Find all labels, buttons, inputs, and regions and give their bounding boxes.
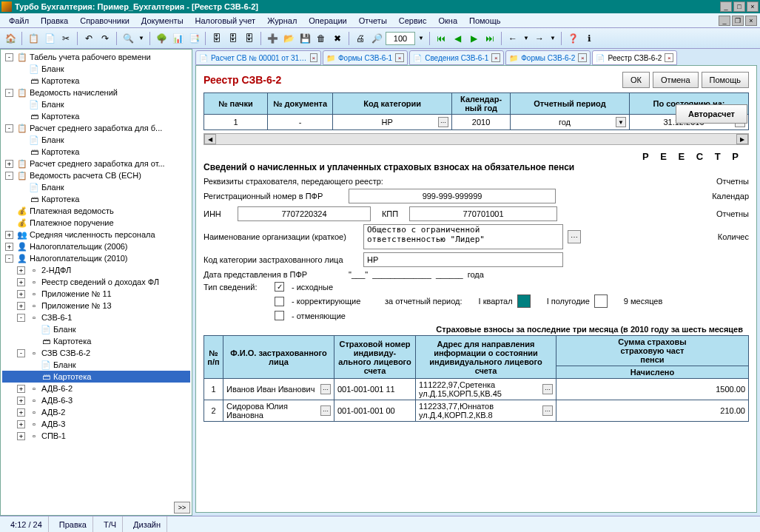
inn-field[interactable] bbox=[238, 206, 371, 221]
pfr-number-field[interactable] bbox=[349, 189, 556, 203]
tree-node[interactable]: 📄Бланк bbox=[2, 134, 190, 146]
cut-icon[interactable]: ✂ bbox=[58, 31, 73, 46]
search-dropdown-icon[interactable]: ▼ bbox=[137, 33, 146, 44]
paste-icon[interactable]: 📄 bbox=[42, 31, 57, 46]
menu-documents[interactable]: Документы bbox=[135, 15, 189, 27]
status-edit[interactable]: Правка bbox=[53, 516, 93, 532]
tree-toggle-icon[interactable]: + bbox=[5, 243, 13, 251]
cell-fio[interactable]: Иванов Иван Иванович⋯ bbox=[223, 379, 334, 400]
tree-toggle-icon[interactable]: - bbox=[5, 53, 13, 61]
tree-toggle-icon[interactable]: + bbox=[17, 432, 25, 440]
back-icon[interactable]: ← bbox=[505, 31, 520, 46]
db2-icon[interactable]: 🗄 bbox=[226, 31, 241, 46]
tree-node[interactable]: +👤Налогоплательщик (2006) bbox=[2, 240, 190, 252]
autocalc-button[interactable]: Авторасчет bbox=[676, 104, 747, 124]
tree-toggle-icon[interactable]: + bbox=[17, 420, 25, 428]
tree-node[interactable]: +▫2-НДФЛ bbox=[2, 264, 190, 276]
preview-icon[interactable]: 🔎 bbox=[369, 31, 384, 46]
pv-doc[interactable]: - bbox=[268, 115, 333, 130]
tree-toggle-icon[interactable]: - bbox=[5, 255, 13, 263]
menu-reports[interactable]: Отчеты bbox=[353, 15, 393, 27]
menu-journal[interactable]: Журнал bbox=[261, 15, 303, 27]
tree-node[interactable]: +▫АДВ-6-2 bbox=[2, 383, 190, 394]
ok-button[interactable]: ОК bbox=[622, 72, 650, 88]
chart-icon[interactable]: 📊 bbox=[170, 31, 185, 46]
nav-prev-icon[interactable]: ◀ bbox=[450, 31, 465, 46]
tree-node[interactable]: 📄Бланк bbox=[2, 323, 190, 335]
tree-node[interactable]: +👥Средняя численность персонала bbox=[2, 229, 190, 240]
table-row[interactable]: 1Иванов Иван Иванович⋯001-001-001 111112… bbox=[204, 379, 749, 400]
menu-windows[interactable]: Окна bbox=[432, 15, 463, 27]
menu-tax[interactable]: Налоговый учет bbox=[189, 15, 262, 27]
print-icon[interactable]: 🖨 bbox=[353, 31, 368, 46]
type-canceling-checkbox[interactable] bbox=[275, 311, 284, 320]
close-button[interactable]: × bbox=[747, 1, 759, 12]
maximize-button[interactable]: □ bbox=[733, 1, 745, 12]
h1-checkbox[interactable] bbox=[594, 294, 608, 308]
tree-node[interactable]: 📄Бланк bbox=[2, 63, 190, 75]
tree-node[interactable]: +▫АДВ-2 bbox=[2, 406, 190, 418]
tree-toggle-icon[interactable]: - bbox=[17, 314, 25, 322]
tree-node[interactable]: +▫АДВ-6-3 bbox=[2, 394, 190, 406]
tree-node[interactable]: +▫Приложение № 13 bbox=[2, 300, 190, 312]
tree-node[interactable]: +▫Приложение № 11 bbox=[2, 288, 190, 300]
tree-node[interactable]: 🗃Картотека bbox=[2, 335, 190, 347]
tree-toggle-icon[interactable]: - bbox=[5, 89, 13, 97]
help-button[interactable]: Помощь bbox=[702, 72, 750, 88]
doc-tab[interactable]: 📄Реестр СЗВ-6-2× bbox=[592, 50, 677, 65]
tab-close-icon[interactable]: × bbox=[310, 53, 317, 62]
cell-amt[interactable]: 210.00 bbox=[556, 400, 749, 422]
tree-icon[interactable]: 🌳 bbox=[154, 31, 169, 46]
mdi-minimize-button[interactable]: _ bbox=[719, 16, 730, 26]
doc-tab[interactable]: 📄Расчет СВ № 00001 от 31.01.2011× bbox=[195, 50, 321, 65]
mdi-close-button[interactable]: × bbox=[745, 16, 757, 26]
tree-node[interactable]: +▫СПВ-1 bbox=[2, 430, 190, 442]
doc-tab[interactable]: 📁Формы СЗВ-6-2× bbox=[505, 50, 591, 65]
kpp-field[interactable] bbox=[409, 206, 557, 221]
params-scrollbar[interactable]: ◀ ▶ bbox=[204, 133, 749, 145]
type-initial-checkbox[interactable]: ✓ bbox=[275, 282, 284, 292]
tree-node[interactable]: 🗃Картотека bbox=[2, 75, 190, 87]
minimize-button[interactable]: _ bbox=[720, 1, 732, 12]
forward-dd-icon[interactable]: ▼ bbox=[548, 33, 557, 44]
tree-toggle-icon[interactable]: - bbox=[5, 172, 13, 180]
mdi-restore-button[interactable]: ❐ bbox=[732, 16, 744, 26]
nav-next-icon[interactable]: ▶ bbox=[466, 31, 481, 46]
tree-node[interactable]: 💰Платежная ведомость bbox=[2, 205, 190, 217]
about-icon[interactable]: ℹ bbox=[582, 31, 596, 46]
tree-node[interactable]: 📄Бланк bbox=[2, 98, 190, 110]
menu-directories[interactable]: Справочники bbox=[74, 15, 135, 27]
list-icon[interactable]: 📑 bbox=[186, 31, 201, 46]
add-icon[interactable]: ➕ bbox=[265, 31, 280, 46]
tree-node[interactable]: 🗃Картотека bbox=[2, 146, 190, 158]
tree-node[interactable]: -▫СЗВ-6-1 bbox=[2, 312, 190, 323]
cat-ellipsis-icon[interactable]: ⋯ bbox=[438, 117, 448, 127]
db1-icon[interactable]: 🗄 bbox=[209, 31, 224, 46]
back-dd-icon[interactable]: ▼ bbox=[522, 33, 531, 44]
tree-node[interactable]: -📋Ведомость расчета СВ (ЕСН) bbox=[2, 169, 190, 181]
period-dropdown-icon[interactable]: ▼ bbox=[616, 117, 626, 127]
nav-first-icon[interactable]: ⏮ bbox=[434, 31, 448, 46]
tree-node[interactable]: 📄Бланк bbox=[2, 181, 190, 193]
menu-file[interactable]: Файл bbox=[3, 15, 35, 27]
tree-panel[interactable]: -📋Табель учета рабочего времени📄Бланк🗃Ка… bbox=[0, 49, 192, 516]
pv-year[interactable]: 2010 bbox=[452, 115, 511, 130]
doc-tab[interactable]: 📁Формы СЗВ-6-1× bbox=[323, 50, 408, 65]
tab-close-icon[interactable]: × bbox=[665, 53, 673, 62]
nav-last-icon[interactable]: ⏭ bbox=[482, 31, 497, 46]
type-correcting-checkbox[interactable] bbox=[275, 297, 284, 306]
delete-icon[interactable]: 🗑 bbox=[314, 31, 329, 46]
tree-toggle-icon[interactable]: + bbox=[5, 231, 13, 239]
copy-icon[interactable]: 📋 bbox=[26, 31, 41, 46]
cat-code-field[interactable] bbox=[363, 252, 563, 267]
q1-checkbox[interactable] bbox=[517, 294, 531, 308]
pv-pack[interactable]: 1 bbox=[204, 115, 268, 130]
tree-node[interactable]: 🗃Картотека bbox=[2, 371, 190, 383]
scroll-right-icon[interactable]: ▶ bbox=[736, 134, 748, 144]
zoom-input[interactable] bbox=[386, 32, 415, 45]
status-tch[interactable]: Т/Ч bbox=[98, 516, 123, 532]
cell-addr[interactable]: 111222,97,Сретенка ул.Д.15,КОРП.5,КВ.45⋯ bbox=[416, 379, 556, 400]
tree-expand-button[interactable]: >> bbox=[174, 502, 190, 514]
cell-fio[interactable]: Сидорова Юлия Ивановна⋯ bbox=[223, 400, 334, 422]
table-row[interactable]: 2Сидорова Юлия Ивановна⋯001-001-001 0011… bbox=[204, 400, 749, 422]
